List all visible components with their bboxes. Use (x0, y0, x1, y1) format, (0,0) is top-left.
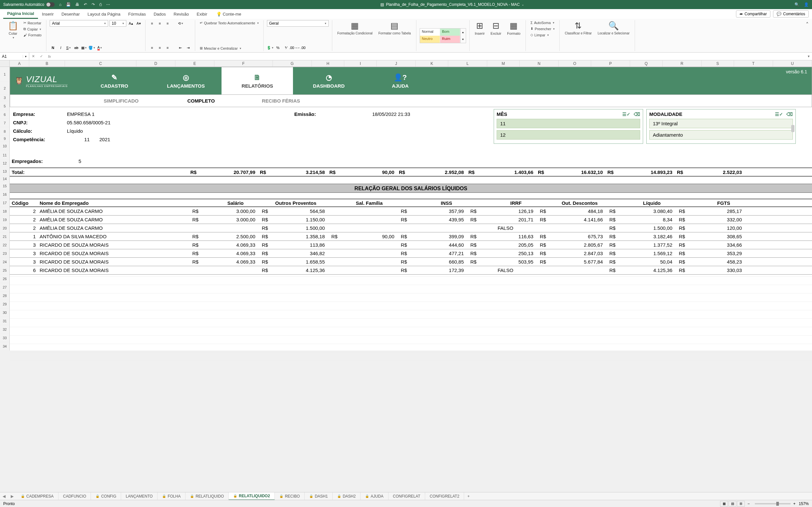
italic-button[interactable]: I (57, 45, 64, 51)
sheet-content[interactable]: 🦉 VIZUAL PLANILHAS EMPRESARIAIS ✎CADASTR… (10, 67, 812, 350)
col-header-O[interactable]: O (559, 60, 591, 66)
row-header-19[interactable]: 19 (0, 216, 9, 224)
align-center-icon[interactable]: ≡ (157, 45, 163, 51)
tab-review[interactable]: Revisão (170, 10, 193, 18)
row-header-3[interactable]: 3 (0, 95, 9, 101)
align-middle-icon[interactable]: ≡ (157, 20, 163, 26)
tabs-next-icon[interactable]: ▶ (8, 494, 16, 499)
row-header-8[interactable]: 8 (0, 127, 9, 136)
subtab-simplificado[interactable]: SIMPLIFICADO (89, 95, 153, 107)
row-header-33[interactable]: 33 (0, 334, 9, 342)
paste-button[interactable]: 📋Colar▾ (6, 20, 20, 40)
search-icon[interactable]: 🔍 (795, 2, 799, 7)
sheet-tab-lançamento[interactable]: LANÇAMENTO (121, 492, 157, 500)
row-header-1[interactable]: 1 (0, 67, 9, 82)
slicer-mod-opt-13[interactable]: 13º Integral (649, 119, 793, 128)
bold-button[interactable]: N (50, 45, 56, 51)
tabs-prev-icon[interactable]: ◀ (0, 494, 8, 499)
col-header-G[interactable]: G (273, 60, 312, 66)
subtab-recibo[interactable]: RECIBO FÉRIAS (249, 95, 313, 107)
autosum-button[interactable]: Σ AutoSoma▾ (529, 20, 556, 25)
align-top-icon[interactable]: ≡ (149, 20, 155, 26)
row-header-7[interactable]: 7 (0, 119, 9, 127)
col-header-P[interactable]: P (591, 60, 630, 66)
orientation-icon[interactable]: ⟲▾ (177, 20, 184, 26)
row-header-10[interactable]: 10 (0, 142, 9, 151)
add-sheet-button[interactable]: + (464, 494, 473, 499)
more-icon[interactable]: ⋯ (106, 2, 110, 7)
name-box-dropdown[interactable]: ▾ (23, 55, 29, 58)
clear-filter-icon[interactable]: ⌫ (786, 112, 793, 117)
view-normal-icon[interactable]: ▦ (720, 501, 728, 507)
wrap-text-button[interactable]: ↵ Quebrar Texto Automaticamente▾ (198, 20, 260, 25)
decrease-indent-icon[interactable]: ⇤ (177, 45, 184, 51)
row-header-30[interactable]: 30 (0, 308, 9, 317)
col-header-E[interactable]: E (175, 60, 214, 66)
tab-data[interactable]: Dados (150, 10, 170, 18)
slicer-scrollbar[interactable] (791, 125, 795, 132)
format-table-button[interactable]: ▤Formatar como Tabela (376, 20, 413, 36)
redo-icon[interactable]: ↷ (92, 2, 95, 7)
clear-filter-icon[interactable]: ⌫ (634, 112, 640, 117)
sheet-tab-relatliquido2[interactable]: 🔒RELATLIQUIDO2 (229, 492, 275, 500)
col-header-D[interactable]: D (137, 60, 175, 66)
row-header-23[interactable]: 23 (0, 249, 9, 258)
align-right-icon[interactable]: ≡ (164, 45, 171, 51)
row-header-9[interactable]: 9 (0, 136, 9, 142)
sheet-tab-dash1[interactable]: 🔒DASH1 (305, 492, 333, 500)
row-header-26[interactable]: 26 (0, 275, 9, 283)
comments-button[interactable]: 💬 Comentários (773, 10, 809, 17)
strike-button[interactable]: ab (73, 45, 80, 51)
nav-ajuda[interactable]: 👤?AJUDA (364, 67, 436, 95)
fill-button[interactable]: ⬇ Preencher▾ (529, 26, 556, 32)
cancel-formula-icon[interactable]: ✕ (29, 54, 37, 58)
name-box-input[interactable] (0, 54, 23, 59)
style-bom[interactable]: Bom (440, 29, 460, 36)
align-bottom-icon[interactable]: ≡ (164, 20, 171, 26)
decrease-decimal-icon[interactable]: ←.00 (298, 45, 305, 51)
row-header-11[interactable]: 11 (0, 151, 9, 160)
row-header-18[interactable]: 18 (0, 207, 9, 216)
print-icon[interactable]: 🖶 (75, 2, 79, 7)
sort-filter-button[interactable]: ⇅Classificar e Filtrar (563, 20, 594, 36)
tab-formulas[interactable]: Fórmulas (124, 10, 150, 18)
toggle-switch[interactable] (46, 2, 55, 7)
user-icon[interactable]: 👤 (804, 2, 809, 7)
row-header-6[interactable]: 6 (0, 110, 9, 119)
tab-view[interactable]: Exibir (193, 10, 211, 18)
tab-insert[interactable]: Inserir (38, 10, 57, 18)
delete-cells-button[interactable]: ⊟Excluir (489, 20, 503, 36)
autosave-toggle[interactable]: Salvamento Automático (3, 2, 55, 7)
sheet-tab-recibo[interactable]: 🔒RECIBO (275, 492, 305, 500)
row-header-24[interactable]: 24 (0, 258, 9, 266)
currency-icon[interactable]: 💲▾ (267, 45, 273, 51)
row-header-28[interactable]: 28 (0, 291, 9, 300)
multiselect-icon[interactable]: ☰✓ (622, 112, 630, 117)
col-header-R[interactable]: R (663, 60, 702, 66)
nav-cadastro[interactable]: ✎CADASTRO (79, 67, 150, 95)
chevron-down-icon[interactable]: ⌄ (522, 3, 524, 6)
style-ruim[interactable]: Ruim (440, 36, 460, 43)
clear-button[interactable]: ◇ Limpar▾ (529, 32, 556, 38)
row-header-22[interactable]: 22 (0, 241, 9, 249)
view-pagebreak-icon[interactable]: ⊞ (737, 501, 745, 507)
save-icon[interactable]: 💾 (66, 2, 71, 7)
font-color-button[interactable]: A▾ (96, 45, 103, 51)
insert-cells-button[interactable]: ⊞Inserir (473, 20, 487, 36)
undo-icon[interactable]: ↶ (84, 2, 87, 7)
slicer-mod-opt-adiant[interactable]: Adiantamento (649, 130, 793, 139)
col-header-U[interactable]: U (773, 60, 812, 66)
number-format-select[interactable]: Geral▾ (267, 20, 329, 26)
expand-formula-icon[interactable]: ▾ (806, 54, 812, 58)
zoom-value[interactable]: 157% (799, 502, 809, 506)
col-header-S[interactable]: S (702, 60, 734, 66)
conditional-format-button[interactable]: ▦Formatação Condicional (336, 20, 374, 36)
row-header-17[interactable]: 17 (0, 199, 9, 207)
format-painter-button[interactable]: 🖌 Formato (22, 33, 43, 38)
zoom-out-button[interactable]: − (747, 502, 750, 506)
row-header-5[interactable]: 5 (0, 102, 9, 110)
col-header-L[interactable]: L (448, 60, 487, 66)
row-header-14[interactable]: 14 (0, 176, 9, 182)
align-left-icon[interactable]: ≡ (149, 45, 155, 51)
share-button[interactable]: ➦ Compartilhar (736, 10, 770, 17)
